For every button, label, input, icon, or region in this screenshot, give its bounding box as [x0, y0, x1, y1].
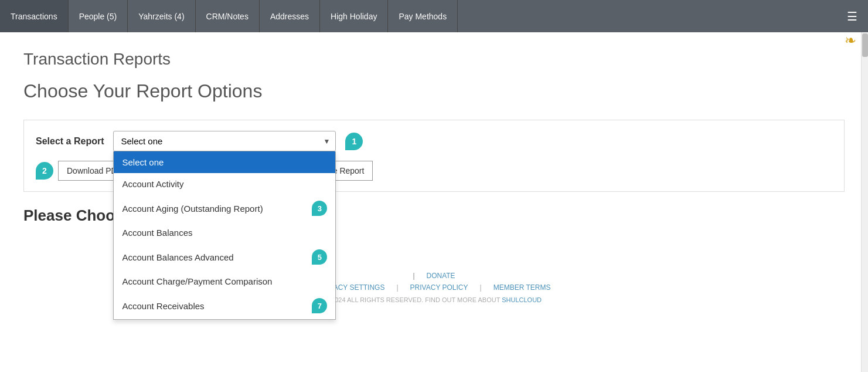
badge-3: 3	[312, 201, 327, 216]
dropdown-item-select-one[interactable]: Select one	[114, 151, 335, 173]
dropdown-item-account-balances[interactable]: Account Balances	[114, 222, 335, 244]
dropdown-item-account-aging[interactable]: Account Aging (Outstanding Report) 3	[114, 195, 335, 222]
nav-item-pay-methods[interactable]: Pay Methods	[388, 0, 458, 32]
footer-divider-2: |	[480, 283, 482, 292]
footer-brand-link[interactable]: SHULCLOUD	[502, 296, 542, 303]
badge-1: 1	[345, 133, 363, 150]
nav-item-transactions[interactable]: Transactions	[0, 0, 69, 32]
nav-item-yahrzeits[interactable]: Yahrzeits (4)	[128, 0, 195, 32]
report-select[interactable]: Select one Account Activity Account Agin…	[113, 131, 336, 151]
main-content: ❧ Transaction Reports Choose Your Report…	[0, 32, 868, 372]
scroll-thumb[interactable]	[862, 33, 868, 57]
nav-bar: Transactions People (5) Yahrzeits (4) CR…	[0, 0, 868, 32]
page-title: Transaction Reports	[23, 50, 845, 69]
section-subtitle: Choose Your Report Options	[23, 80, 845, 102]
nav-item-high-holiday[interactable]: High Holiday	[320, 0, 388, 32]
footer-link-donate[interactable]: DONATE	[427, 272, 455, 280]
report-selector-box: Select a Report Select one Account Activ…	[23, 120, 845, 192]
badge-7: 7	[312, 298, 327, 313]
footer-link-privacy-policy[interactable]: PRIVACY POLICY	[410, 283, 468, 292]
nav-item-people[interactable]: People (5)	[69, 0, 128, 32]
report-selector-row: Select a Report Select one Account Activ…	[36, 131, 832, 151]
nav-item-addresses[interactable]: Addresses	[260, 0, 320, 32]
report-select-wrapper: Select one Account Activity Account Agin…	[113, 131, 336, 151]
dropdown-item-account-activity[interactable]: Account Activity	[114, 173, 335, 195]
badge-5: 5	[312, 249, 327, 265]
dropdown-item-account-charge[interactable]: Account Charge/Payment Comparison	[114, 270, 335, 292]
hamburger-menu-button[interactable]: ☰	[836, 0, 868, 32]
badge-2: 2	[36, 162, 53, 180]
scrollbar[interactable]	[861, 32, 868, 372]
nav-item-crm-notes[interactable]: CRM/Notes	[196, 0, 260, 32]
logo-icon: ❧	[845, 32, 856, 49]
dropdown-item-account-balances-advanced[interactable]: Account Balances Advanced 5	[114, 244, 335, 270]
footer-divider-1: |	[396, 283, 398, 292]
footer-pipe: |	[413, 272, 414, 280]
footer-link-member-terms[interactable]: MEMBER TERMS	[493, 283, 551, 292]
dropdown-menu: Select one Account Activity Account Agin…	[113, 151, 336, 320]
dropdown-item-account-receivables[interactable]: Account Receivables 7	[114, 292, 335, 319]
select-report-label: Select a Report	[36, 136, 104, 147]
